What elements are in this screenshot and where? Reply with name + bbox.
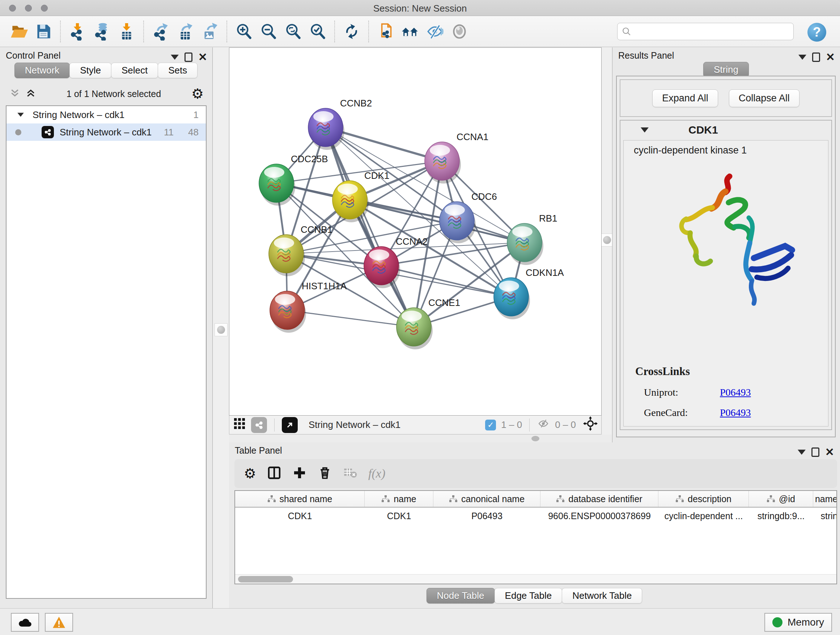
column-header-name[interactable]: name [365,491,433,507]
memory-button[interactable]: Memory [764,613,832,632]
add-column-icon[interactable] [292,466,307,481]
search-input[interactable] [631,26,789,37]
tab-select[interactable]: Select [111,63,158,78]
birds-eye-view-icon[interactable] [583,416,598,433]
network-node-ccne1[interactable]: CCNE1 [396,297,460,349]
delete-column-icon[interactable] [317,466,332,481]
network-node-rb1[interactable]: RB1 [507,213,557,265]
panel-menu-icon[interactable] [798,55,806,60]
float-panel-icon[interactable] [812,448,819,457]
network-canvas[interactable]: CCNB2CCNA1CDC25BCDK1CDC6RB1CCNB1CCNA2CDK… [229,48,602,416]
left-splitter-handle[interactable] [215,323,227,336]
close-panel-icon[interactable]: ✕ [825,447,834,458]
panel-menu-icon[interactable] [798,450,806,455]
network-node-cdkn1a[interactable]: CDKN1A [494,267,564,319]
table-cell[interactable]: P06493 [433,511,540,521]
tab-network-table[interactable]: Network Table [562,588,642,603]
float-panel-icon[interactable] [185,52,193,62]
scrollbar-thumb[interactable] [238,576,293,583]
open-session-icon[interactable] [9,21,29,42]
cloud-status-button[interactable] [11,613,39,632]
show-networks-home-icon[interactable] [400,21,420,42]
node-label: CDK1 [364,170,389,181]
hide-selected-eye-icon[interactable] [425,21,445,42]
expand-all-button[interactable]: Expand All [652,89,718,107]
table-cell[interactable]: stringdb:9... [749,511,813,521]
tab-string[interactable]: String [703,62,749,78]
column-header-description[interactable]: description [658,491,749,507]
hidden-eye-icon[interactable] [537,417,550,432]
export-image-icon[interactable] [200,21,220,42]
table-row[interactable]: CDK1CDK1P064939606.ENSP00000378699cyclin… [235,508,836,524]
network-node-cdk1[interactable]: CDK1 [332,170,389,222]
crosslink-link[interactable]: P06493 [720,407,751,418]
table-cell[interactable]: CDK1 [235,511,365,521]
network-edge[interactable] [287,310,414,327]
show-hidden-eye-icon[interactable] [449,21,470,42]
tab-edge-table[interactable]: Edge Table [494,588,562,603]
network-node-ccna1[interactable]: CCNA1 [425,131,488,184]
network-node-ccna2[interactable]: CCNA2 [364,236,428,288]
column-header-canonical-name[interactable]: canonical name [433,491,540,507]
show-columns-icon[interactable] [267,466,281,481]
network-options-gear-icon[interactable]: ⚙ [191,87,204,101]
detach-view-icon[interactable] [282,417,298,433]
column-header--id[interactable]: @id [749,491,813,507]
network-node-ccnb2[interactable]: CCNB2 [308,98,372,150]
network-collection-row[interactable]: String Network – cdk1 1 [6,106,206,124]
panel-menu-icon[interactable] [171,55,179,60]
close-panel-icon[interactable]: ✕ [826,52,835,63]
network-node-cdc6[interactable]: CDC6 [439,191,497,243]
network-share-icon[interactable] [251,417,267,433]
column-header-namespace[interactable]: namespace [813,491,837,507]
import-network-database-icon[interactable] [92,21,112,42]
zoom-selected-icon[interactable] [308,21,328,42]
string-query-icon[interactable] [376,21,396,42]
table-options-gear-icon[interactable]: ⚙ [244,467,256,480]
float-panel-icon[interactable] [812,52,820,62]
apply-layout-icon[interactable] [341,21,362,42]
network-edge[interactable] [325,127,414,327]
warnings-button[interactable] [45,613,73,632]
export-network-icon[interactable] [150,21,171,42]
section-expander-icon[interactable] [641,127,649,133]
crosslinks-block: CrossLinks Uniprot:P06493GeneCard:P06493… [624,365,828,426]
table-cell[interactable]: stringdb [813,511,837,521]
collapse-all-button[interactable]: Collapse All [729,89,799,107]
table-cell[interactable]: CDK1 [365,511,433,521]
network-node-hist1h1a[interactable]: HIST1H1A [270,280,347,333]
function-builder-icon[interactable]: f(x) [368,467,385,480]
network-node-ccnb1[interactable]: CCNB1 [269,224,332,276]
export-table-icon[interactable] [175,21,195,42]
table-horizontal-scrollbar[interactable] [235,574,836,584]
right-splitter-handle[interactable] [600,233,614,247]
zoom-fit-icon[interactable] [283,21,303,42]
zoom-out-icon[interactable] [258,21,279,42]
network-row[interactable]: String Network – cdk1 11 48 [6,124,206,141]
help-button[interactable]: ? [807,23,826,42]
grid-view-icon[interactable] [233,417,246,432]
expand-all-chevron-icon[interactable] [25,88,36,100]
close-panel-icon[interactable]: ✕ [198,52,207,63]
column-header-shared-name[interactable]: shared name [235,491,365,507]
delete-table-icon[interactable] [343,466,357,481]
left-splitter[interactable] [213,48,229,608]
collection-expander-icon[interactable] [17,112,24,117]
gene-section-header[interactable]: CDK1 [621,120,831,139]
import-network-file-icon[interactable] [67,21,88,42]
table-cell[interactable]: 9606.ENSP00000378699 [540,511,658,521]
import-table-file-icon[interactable] [117,21,137,42]
tab-network[interactable]: Network [14,63,70,78]
network-node-cdc25b[interactable]: CDC25B [259,154,328,206]
zoom-in-icon[interactable] [234,21,254,42]
tab-node-table[interactable]: Node Table [426,588,495,603]
save-session-icon[interactable] [33,21,54,42]
tab-sets[interactable]: Sets [158,63,197,78]
horizontal-splitter-handle[interactable] [531,436,539,441]
crosslink-link[interactable]: P06493 [720,386,751,398]
tab-style[interactable]: Style [69,63,111,78]
collapse-all-chevron-icon[interactable] [9,88,20,100]
table-cell[interactable]: cyclin-dependent ... [658,511,749,521]
column-header-database-identifier[interactable]: database identifier [540,491,658,507]
selected-checkbox-icon[interactable]: ✓ [485,420,496,431]
